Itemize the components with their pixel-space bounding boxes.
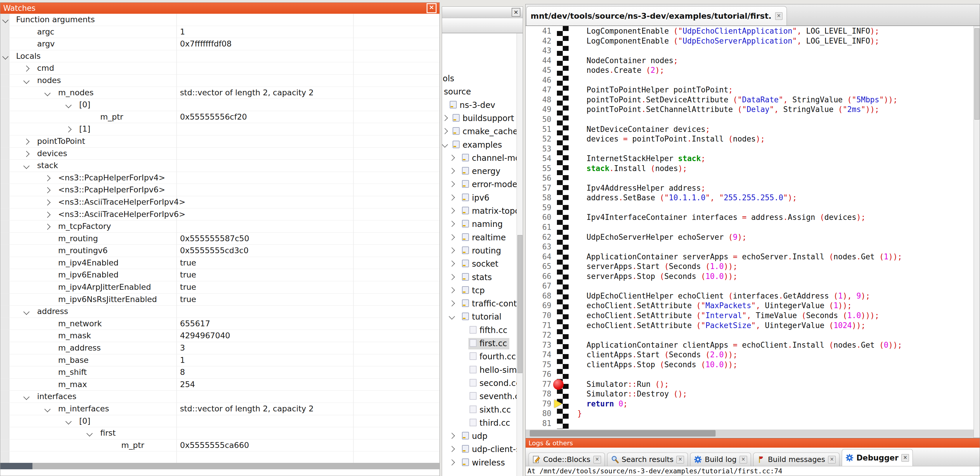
chevron-right-icon[interactable] xyxy=(449,248,455,254)
line-number[interactable]: 60 xyxy=(526,213,551,222)
code-line-58[interactable]: 58 address.SetBase ("10.1.1.0", "255.255… xyxy=(526,193,980,203)
code-line-78[interactable]: 78 Simulator::Destroy (); xyxy=(526,389,980,399)
line-number[interactable]: 76 xyxy=(526,370,551,379)
code-line-41[interactable]: 41 LogComponentEnable ("UdpEchoClientApp… xyxy=(526,26,980,36)
chevron-down-icon[interactable] xyxy=(65,418,72,424)
code-line-46[interactable]: 46 xyxy=(526,75,980,85)
tree-item-first-cc[interactable]: first.cc xyxy=(442,336,523,350)
close-icon[interactable]: × xyxy=(740,456,747,463)
watch-row[interactable]: m_shift8 xyxy=(0,366,439,379)
code-line-77[interactable]: 77 Simulator::Run (); xyxy=(526,379,980,389)
line-number[interactable]: 70 xyxy=(526,311,551,320)
watch-row[interactable]: nodes xyxy=(0,75,439,87)
chevron-right-icon[interactable] xyxy=(449,181,455,187)
watch-row[interactable]: <ns3::AsciiTraceHelperForIpv6> xyxy=(0,208,439,221)
logs-tab-search-results[interactable]: Search results× xyxy=(607,453,688,466)
code-line-42[interactable]: 42 LogComponentEnable ("UdpEchoServerApp… xyxy=(526,36,980,46)
code-line-61[interactable]: 61 xyxy=(526,222,980,232)
tree-item-examples[interactable]: examples xyxy=(442,138,523,151)
watch-row[interactable]: argv0x7fffffffdf08 xyxy=(0,38,439,50)
scrollbar-thumb[interactable] xyxy=(530,430,716,436)
code-line-65[interactable]: 65 serverApps.Start (Seconds (1.0)); xyxy=(526,261,980,272)
close-icon[interactable]: × xyxy=(512,8,520,17)
line-number[interactable]: 51 xyxy=(526,125,551,134)
chevron-right-icon[interactable] xyxy=(45,224,51,230)
line-number[interactable]: 45 xyxy=(526,66,551,75)
chevron-down-icon[interactable] xyxy=(23,309,30,315)
chevron-right-icon[interactable] xyxy=(45,211,51,217)
chevron-down-icon[interactable] xyxy=(23,163,30,169)
line-number[interactable]: 58 xyxy=(526,193,551,202)
line-number[interactable]: 79 xyxy=(526,399,551,408)
tree-item-wireless[interactable]: wireless xyxy=(442,455,523,469)
watch-row[interactable]: m_ipv6NsRsJitterEnabledtrue xyxy=(0,294,439,306)
chevron-right-icon[interactable] xyxy=(449,459,455,465)
code-line-64[interactable]: 64 ApplicationContainer serverApps = ech… xyxy=(526,252,980,262)
tree-item-ns-3-dev[interactable]: ns-3-dev xyxy=(442,98,523,111)
tree-item-hello-simul[interactable]: hello-simul xyxy=(442,363,523,376)
line-number[interactable]: 42 xyxy=(526,37,551,45)
code-line-73[interactable]: 73 ApplicationContainer clientApps = ech… xyxy=(526,340,980,350)
line-number[interactable]: 64 xyxy=(526,252,551,261)
line-number[interactable]: 68 xyxy=(526,292,551,300)
code-area[interactable]: 41 LogComponentEnable ("UdpEchoClientApp… xyxy=(526,26,980,438)
chevron-right-icon[interactable] xyxy=(449,155,455,161)
line-number[interactable]: 74 xyxy=(526,350,551,359)
tree-item-routing[interactable]: routing xyxy=(442,244,523,257)
line-number[interactable]: 80 xyxy=(526,409,551,418)
chevron-right-icon[interactable] xyxy=(442,115,448,121)
line-number[interactable]: 56 xyxy=(526,174,551,182)
code-line-69[interactable]: 69 echoClient.SetAttribute ("MaxPackets"… xyxy=(526,300,980,310)
line-number[interactable]: 50 xyxy=(526,115,551,124)
line-number[interactable]: 63 xyxy=(526,243,551,251)
chevron-right-icon[interactable] xyxy=(449,274,455,280)
code-line-70[interactable]: 70 echoClient.SetAttribute ("Interval", … xyxy=(526,310,980,321)
tree-item-cmake-cache[interactable]: cmake_cache xyxy=(442,124,523,137)
chevron-down-icon[interactable] xyxy=(442,141,448,147)
tree-item-naming[interactable]: naming xyxy=(442,217,523,230)
watch-row[interactable]: m_ipv4Enabledtrue xyxy=(0,257,439,269)
line-number[interactable]: 44 xyxy=(526,56,551,65)
close-icon[interactable]: × xyxy=(426,3,436,13)
code-line-75[interactable]: 75 clientApps.Stop (Seconds (10.0)); xyxy=(526,359,980,370)
line-number[interactable]: 73 xyxy=(526,341,551,350)
line-number[interactable]: 54 xyxy=(526,154,551,163)
watch-row[interactable]: m_routing0x555555587c50 xyxy=(0,233,439,245)
line-number[interactable]: 59 xyxy=(526,203,551,212)
tree-item-fourth-cc[interactable]: fourth.cc xyxy=(442,350,523,363)
watch-row[interactable]: m_ptr0x5555555ca660 xyxy=(0,439,439,452)
tree-item-source[interactable]: source xyxy=(442,85,523,97)
tree-item-stats[interactable]: stats xyxy=(442,270,523,283)
chevron-right-icon[interactable] xyxy=(449,195,455,201)
watch-row[interactable]: interfaces xyxy=(0,391,439,403)
close-icon[interactable]: × xyxy=(828,456,836,463)
code-line-53[interactable]: 53 xyxy=(526,144,980,154)
editor-vertical-scrollbar[interactable] xyxy=(974,26,980,438)
line-number[interactable]: 43 xyxy=(526,46,551,55)
chevron-right-icon[interactable] xyxy=(23,150,30,157)
watch-row[interactable]: stack xyxy=(0,160,439,172)
tree-item-ols[interactable]: ols xyxy=(442,71,523,85)
chevron-right-icon[interactable] xyxy=(449,208,455,214)
tree-item-sixth-cc[interactable]: sixth.cc xyxy=(442,403,523,416)
watch-row[interactable]: m_max254 xyxy=(0,379,439,391)
watch-row[interactable]: <ns3::PcapHelperForIpv6> xyxy=(0,184,439,196)
line-number[interactable]: 81 xyxy=(526,419,551,428)
chevron-down-icon[interactable] xyxy=(65,102,72,108)
scrollbar-thumb[interactable] xyxy=(0,463,32,469)
code-line-51[interactable]: 51 NetDeviceContainer devices; xyxy=(526,124,980,134)
tree-item-channel-mod[interactable]: channel-mod xyxy=(442,151,523,164)
watch-row[interactable]: cmd xyxy=(0,62,439,75)
tree-item-second-cc[interactable]: second.cc xyxy=(442,376,523,389)
line-number[interactable]: 77 xyxy=(526,380,551,388)
close-icon[interactable]: × xyxy=(593,456,601,463)
code-line-80[interactable]: 80} xyxy=(526,409,980,418)
logs-tab-debugger[interactable]: Debugger× xyxy=(842,449,913,466)
line-number[interactable]: 53 xyxy=(526,144,551,153)
line-number[interactable]: 67 xyxy=(526,281,551,290)
tree-item-third-cc[interactable]: third.cc xyxy=(442,416,523,429)
tree-titlebar[interactable]: × xyxy=(442,7,523,18)
tree-item-realtime[interactable]: realtime xyxy=(442,230,523,244)
code-line-68[interactable]: 68 UdpEchoClientHelper echoClient (inter… xyxy=(526,291,980,301)
line-number[interactable]: 65 xyxy=(526,262,551,271)
